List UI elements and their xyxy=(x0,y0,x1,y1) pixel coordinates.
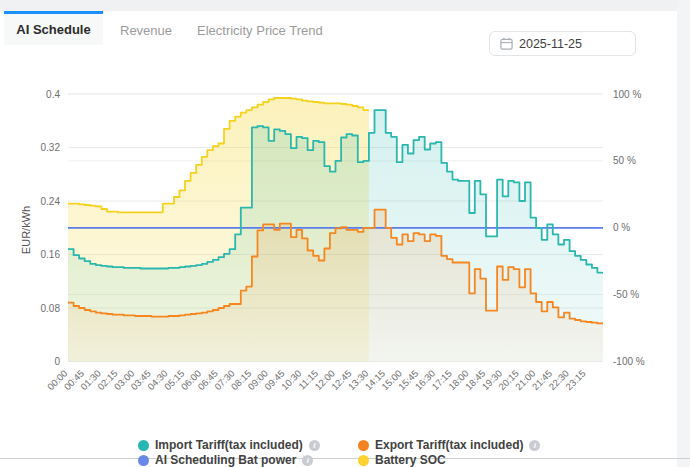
svg-text:0.4: 0.4 xyxy=(46,89,60,100)
svg-text:0.16: 0.16 xyxy=(41,249,61,260)
ai-schedule-page: AI Schedule Revenue Electricity Price Tr… xyxy=(0,0,690,467)
svg-text:0: 0 xyxy=(54,356,60,367)
battery-soc-dot xyxy=(358,455,369,466)
info-icon[interactable] xyxy=(309,440,320,451)
legend-item-battery-soc[interactable]: Battery SOC xyxy=(358,453,446,467)
svg-text:0.08: 0.08 xyxy=(41,303,61,314)
export-tariff-dot xyxy=(358,440,369,451)
svg-text:0.32: 0.32 xyxy=(41,142,61,153)
legend-item-bat-power[interactable]: AI Scheduling Bat power xyxy=(138,453,313,467)
info-icon[interactable] xyxy=(529,440,540,451)
legend-item-import-tariff[interactable]: Import Tariff(tax included) xyxy=(138,438,320,452)
bottom-divider xyxy=(0,458,690,459)
legend-label: Import Tariff(tax included) xyxy=(155,438,303,452)
legend-label: Battery SOC xyxy=(375,453,446,467)
svg-text:0 %: 0 % xyxy=(613,222,630,233)
svg-text:0.24: 0.24 xyxy=(41,196,61,207)
svg-text:50 %: 50 % xyxy=(613,155,636,166)
legend-label: Export Tariff(tax included) xyxy=(375,438,523,452)
import-tariff-dot xyxy=(138,440,149,451)
svg-text:-50 %: -50 % xyxy=(613,289,639,300)
info-icon[interactable] xyxy=(302,455,313,466)
svg-text:EUR/kWh: EUR/kWh xyxy=(20,206,32,254)
svg-text:-100 %: -100 % xyxy=(613,356,645,367)
bat-power-dot xyxy=(138,455,149,466)
svg-text:100 %: 100 % xyxy=(613,89,641,100)
legend-label: AI Scheduling Bat power xyxy=(155,453,296,467)
legend-item-export-tariff[interactable]: Export Tariff(tax included) xyxy=(358,438,540,452)
ai-schedule-chart[interactable]: 0.40.320.240.160.080100 %50 %0 %-50 %-10… xyxy=(0,0,690,467)
